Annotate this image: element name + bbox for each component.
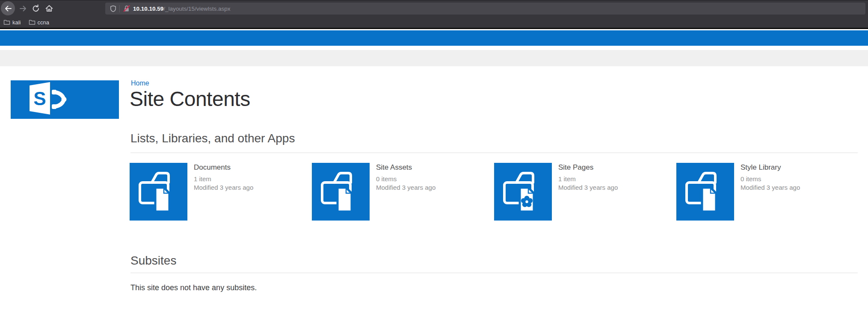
subsites-empty-message: This site does not have any subsites.	[130, 283, 257, 292]
tile-modified: Modified 3 years ago	[741, 183, 800, 192]
tile-text: Style Library 0 items Modified 3 years a…	[741, 163, 800, 192]
tile-text: Site Assets 0 items Modified 3 years ago	[376, 163, 435, 192]
tile-meta: 0 items Modified 3 years ago	[741, 175, 800, 192]
tile-site-pages[interactable]: Site Pages 1 item Modified 3 years ago	[494, 163, 674, 221]
reload-button[interactable]	[32, 4, 40, 13]
url-domain: 10.10.10.59	[133, 6, 163, 12]
home-button[interactable]	[45, 4, 53, 13]
sharepoint-logo[interactable]: S	[11, 80, 119, 119]
section-divider	[130, 273, 858, 273]
tile-meta: 0 items Modified 3 years ago	[376, 175, 435, 192]
folder-icon	[29, 19, 36, 26]
urlbar-separator	[119, 5, 120, 12]
tile-item-count: 0 items	[741, 175, 800, 183]
insecure-connection-lock-icon[interactable]	[123, 5, 130, 12]
reload-icon	[32, 4, 40, 13]
url-path: /_layouts/15/viewlsts.aspx	[163, 6, 230, 12]
tile-item-count: 1 item	[558, 175, 618, 183]
address-bar[interactable]: 10.10.10.59/_layouts/15/viewlsts.aspx	[105, 3, 865, 15]
suite-bar	[0, 30, 868, 46]
tile-documents[interactable]: Documents 1 item Modified 3 years ago	[130, 163, 309, 221]
tile-style-library[interactable]: Style Library 0 items Modified 3 years a…	[676, 163, 856, 221]
section-divider	[130, 153, 858, 153]
tile-meta: 1 item Modified 3 years ago	[194, 175, 253, 192]
bookmark-folder-ccna[interactable]: ccna	[29, 19, 49, 26]
logo-s-glyph: S	[33, 88, 46, 109]
tile-text: Site Pages 1 item Modified 3 years ago	[558, 163, 618, 192]
url-text: 10.10.10.59/_layouts/15/viewlsts.aspx	[133, 6, 230, 12]
home-icon	[45, 4, 53, 13]
folder-with-document-icon	[312, 163, 370, 221]
page-title: Site Contents	[130, 87, 250, 111]
tile-text: Documents 1 item Modified 3 years ago	[194, 163, 253, 192]
tile-modified: Modified 3 years ago	[194, 183, 253, 192]
folder-icon	[3, 19, 10, 26]
tile-title[interactable]: Documents	[194, 163, 253, 172]
tile-title[interactable]: Site Pages	[558, 163, 618, 172]
bookmarks-bar: kali ccna	[3, 17, 49, 28]
sharepoint-logo-icon: S	[11, 80, 119, 119]
bookmark-label: ccna	[38, 19, 49, 26]
bookmark-label: kali	[12, 19, 21, 26]
tile-meta: 1 item Modified 3 years ago	[558, 175, 618, 192]
section-heading-subsites: Subsites	[130, 254, 176, 268]
tile-modified: Modified 3 years ago	[376, 183, 435, 192]
tracking-protection-shield-icon[interactable]	[110, 5, 117, 12]
back-button[interactable]	[1, 1, 15, 15]
browser-toolbar: 10.10.10.59/_layouts/15/viewlsts.aspx	[0, 0, 868, 17]
folder-with-document-icon	[676, 163, 734, 221]
tile-modified: Modified 3 years ago	[558, 183, 618, 192]
tile-title[interactable]: Site Assets	[376, 163, 435, 172]
bookmark-folder-kali[interactable]: kali	[3, 19, 21, 26]
folder-with-document-icon	[130, 163, 187, 221]
tile-site-assets[interactable]: Site Assets 0 items Modified 3 years ago	[312, 163, 492, 221]
browser-chrome: 10.10.10.59/_layouts/15/viewlsts.aspx ka…	[0, 0, 868, 29]
section-heading-apps: Lists, Libraries, and other Apps	[130, 132, 295, 145]
folder-with-flower-page-icon	[494, 163, 552, 221]
forward-arrow-icon	[19, 4, 27, 13]
forward-button[interactable]	[19, 4, 27, 13]
tile-item-count: 1 item	[194, 175, 253, 183]
breadcrumb-home-link[interactable]: Home	[131, 79, 149, 87]
tile-title[interactable]: Style Library	[741, 163, 800, 172]
back-arrow-icon	[4, 4, 12, 13]
ribbon-bar	[0, 50, 868, 66]
tile-item-count: 0 items	[376, 175, 435, 183]
